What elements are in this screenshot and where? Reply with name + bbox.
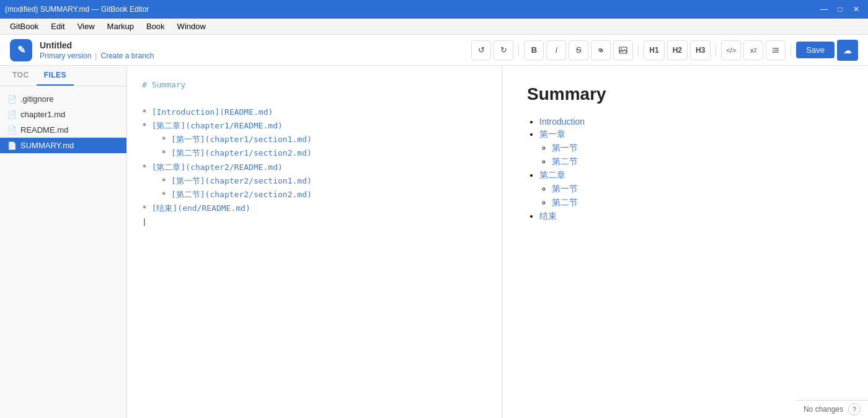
file-item-gitignore[interactable]: 📄 .gitignore	[0, 91, 126, 107]
no-changes-label: No changes	[804, 405, 843, 414]
primary-version-link[interactable]: Primary version	[40, 51, 91, 60]
tab-files[interactable]: FILES	[37, 66, 74, 86]
menu-markup[interactable]: Markup	[102, 20, 139, 32]
app-title: (modified) SUMMARY.md — GitBook Editor	[5, 5, 149, 14]
editor-line-3: * [第一节](chapter1/section1.md)	[142, 133, 487, 146]
editor-line-1: * [Introduction](README.md)	[142, 105, 487, 119]
window-controls: — □ ✕	[817, 2, 863, 16]
minimize-button[interactable]: —	[817, 2, 831, 16]
menu-gitbook[interactable]: GitBook	[5, 20, 43, 32]
preview-item-ch1: 第一章 第一节 第二节	[539, 129, 843, 167]
app-icon: ✎	[10, 39, 32, 61]
save-button[interactable]: Save	[796, 42, 835, 58]
editor-line-6: * [第一节](chapter2/section1.md)	[142, 174, 487, 188]
file-name-gitignore: .gitignore	[20, 94, 53, 104]
svg-point-2	[621, 48, 622, 50]
preview-link-end[interactable]: 结束	[539, 211, 557, 221]
svg-rect-1	[619, 47, 627, 53]
preview-link-ch1-s1[interactable]: 第一节	[552, 143, 578, 153]
image-button[interactable]	[613, 40, 633, 60]
editor-line-5: * [第二章](chapter2/README.md)	[142, 161, 487, 174]
svg-line-0	[600, 49, 602, 51]
file-icon: 📄	[7, 95, 17, 104]
preview-link-ch2[interactable]: 第二章	[539, 170, 565, 180]
preview-link-introduction[interactable]: Introduction	[539, 117, 585, 127]
file-item-summary[interactable]: 📄 SUMMARY.md	[0, 138, 126, 153]
doc-title: Untitled	[40, 40, 154, 50]
menu-view[interactable]: View	[73, 20, 100, 32]
file-icon: 📄	[7, 110, 17, 119]
menu-bar: GitBook Edit View Markup Book Window	[0, 19, 868, 35]
toolbar-row: ✎ Untitled Primary version | Create a br…	[0, 35, 868, 66]
preview-sublist-ch2: 第一节 第二节	[539, 184, 843, 208]
help-button[interactable]: ?	[848, 403, 861, 416]
h2-button[interactable]: H2	[667, 40, 688, 60]
divider-1	[518, 44, 519, 56]
tab-toc[interactable]: TOC	[5, 66, 37, 86]
h1-button[interactable]: H1	[644, 40, 664, 60]
bold-button[interactable]: B	[524, 40, 544, 60]
preview-item-end: 结束	[539, 211, 843, 222]
preview-item-ch2-s2: 第二节	[552, 197, 843, 208]
file-icon: 📄	[7, 141, 17, 150]
preview-item-ch1-s2: 第二节	[552, 156, 843, 167]
sidebar: TOC FILES 📄 .gitignore 📄 chapter1.md 📄 R…	[0, 66, 127, 418]
preview-item-ch1-s1: 第一节	[552, 143, 843, 154]
italic-button[interactable]: i	[546, 40, 566, 60]
file-name-readme: README.md	[20, 125, 68, 135]
editor-area[interactable]: # Summary * [Introduction](README.md) * …	[127, 66, 502, 418]
preview-sublist-ch1: 第一节 第二节	[539, 143, 843, 167]
toolbar-buttons: ↺ ↻ B i S H1 H2 H3 </> x2	[471, 40, 858, 61]
preview-link-ch1[interactable]: 第一章	[539, 129, 565, 139]
doc-links: Primary version | Create a branch	[40, 51, 154, 60]
file-list: 📄 .gitignore 📄 chapter1.md 📄 README.md 📄…	[0, 86, 126, 158]
link-button[interactable]	[591, 40, 611, 60]
preview-item-ch2: 第二章 第一节 第二节	[539, 170, 843, 208]
subscript-button[interactable]: x2	[743, 40, 763, 60]
file-item-readme[interactable]: 📄 README.md	[0, 122, 126, 138]
maximize-button[interactable]: □	[833, 2, 847, 16]
undo-button[interactable]: ↺	[471, 40, 491, 60]
preview-link-ch2-s1[interactable]: 第一节	[552, 184, 578, 193]
preview-area: Summary Introduction 第一章 第一节 第二节 第二章 第一节…	[502, 66, 868, 418]
redo-button[interactable]: ↻	[494, 40, 513, 60]
title-left: (modified) SUMMARY.md — GitBook Editor	[5, 5, 149, 14]
editor-cursor-line	[142, 215, 487, 229]
code-button[interactable]: </>	[721, 40, 741, 60]
sidebar-tabs: TOC FILES	[0, 66, 126, 86]
close-button[interactable]: ✕	[849, 2, 863, 16]
status-bar: No changes ?	[796, 400, 868, 418]
strikethrough-button[interactable]: S	[569, 40, 588, 60]
preview-heading: Summary	[527, 84, 843, 104]
editor-line-blank	[142, 92, 487, 105]
file-name-summary: SUMMARY.md	[20, 141, 74, 150]
divider-4	[790, 44, 791, 56]
title-bar: (modified) SUMMARY.md — GitBook Editor —…	[0, 0, 868, 19]
preview-link-ch2-s2[interactable]: 第二节	[552, 197, 578, 207]
menu-window[interactable]: Window	[172, 20, 211, 32]
preview-item-introduction: Introduction	[539, 117, 843, 127]
editor-line-heading: # Summary	[142, 78, 487, 92]
cloud-button[interactable]: ☁	[837, 40, 858, 61]
menu-book[interactable]: Book	[141, 20, 170, 32]
editor-line-7: * [第二节](chapter2/section2.md)	[142, 188, 487, 202]
file-item-chapter1[interactable]: 📄 chapter1.md	[0, 107, 126, 122]
preview-link-ch1-s2[interactable]: 第二节	[552, 156, 578, 166]
h3-button[interactable]: H3	[690, 40, 711, 60]
preview-list: Introduction 第一章 第一节 第二节 第二章 第一节 第二节 结束	[527, 117, 843, 222]
editor-line-4: * [第二节](chapter1/section2.md)	[142, 146, 487, 160]
file-name-chapter1: chapter1.md	[20, 110, 65, 119]
indent-button[interactable]	[766, 40, 786, 60]
editor-line-8: * [结束](end/README.md)	[142, 202, 487, 215]
divider-3	[715, 44, 716, 56]
file-icon: 📄	[7, 126, 17, 135]
divider-2	[638, 44, 639, 56]
menu-edit[interactable]: Edit	[46, 20, 69, 32]
editor-line-2: * [第二章](chapter1/README.md)	[142, 119, 487, 133]
main-layout: TOC FILES 📄 .gitignore 📄 chapter1.md 📄 R…	[0, 66, 868, 418]
create-branch-link[interactable]: Create a branch	[100, 51, 154, 60]
link-separator: |	[95, 51, 97, 60]
preview-item-ch2-s1: 第一节	[552, 184, 843, 195]
doc-info: Untitled Primary version | Create a bran…	[40, 40, 154, 60]
